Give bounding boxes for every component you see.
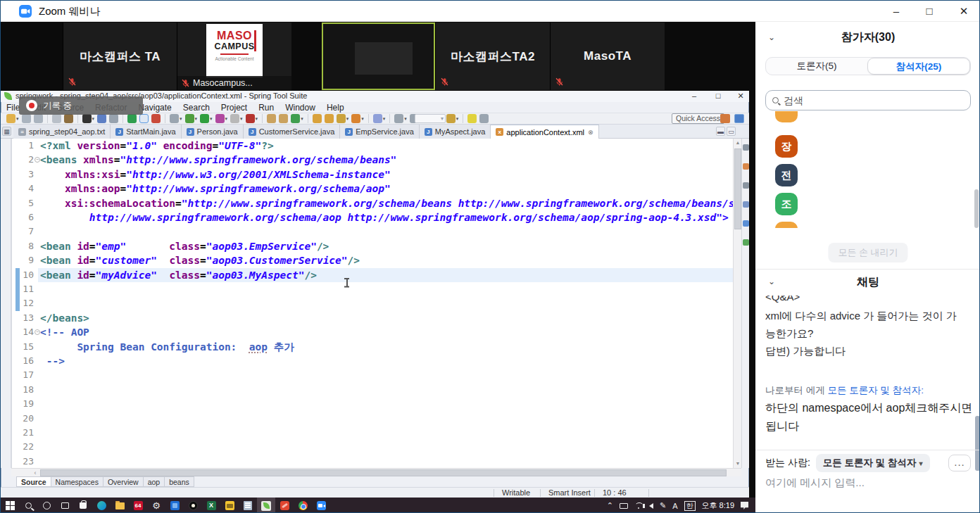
code-line[interactable]: 6 http://www.springframework.org/schema/… <box>11 210 733 224</box>
taskbar-pictures-app-icon[interactable] <box>220 498 239 513</box>
close-icon[interactable]: ⊗ <box>588 129 593 136</box>
participants-search[interactable] <box>765 90 971 110</box>
code-line[interactable]: 16 --> <box>11 354 733 368</box>
code-line[interactable]: 3 xmlns:xsi="http://www.w3.org/2001/XMLS… <box>11 167 733 182</box>
sync-view-icon[interactable] <box>743 239 749 246</box>
maximize-editor-icon[interactable]: ▭ <box>727 127 736 136</box>
code-editor[interactable]: 1<?xml version="1.0" encoding="UTF-8"?>2… <box>11 139 733 468</box>
code-line[interactable]: 1<?xml version="1.0" encoding="UTF-8"?> <box>11 139 733 153</box>
vertical-scroll-thumb[interactable] <box>734 148 741 229</box>
open-console-icon[interactable] <box>97 114 106 123</box>
toggle-mark-icon[interactable] <box>139 114 149 123</box>
maximize-button[interactable]: □ <box>917 1 941 22</box>
lower-all-hands-button[interactable]: 모든 손 내리기 <box>828 243 907 262</box>
code-line[interactable]: 13</beans> <box>11 311 733 325</box>
code-line[interactable]: 19 <box>11 397 733 411</box>
javaee-perspective-icon[interactable] <box>720 114 730 123</box>
dropdown-caret-icon[interactable]: ▾ <box>404 116 407 122</box>
code-line[interactable]: 23 <box>11 455 733 468</box>
menu-navigate[interactable]: Navigate <box>138 103 171 113</box>
editor-tab[interactable]: xapplicationContext.xml⊗ <box>491 125 598 139</box>
code-line[interactable]: 21 <box>11 426 733 440</box>
taskbar-spring-tool-suite-icon[interactable] <box>257 498 275 513</box>
menu-run[interactable]: Run <box>258 103 274 113</box>
sender-recipients-link[interactable]: 모든 토론자 및 참석자: <box>828 385 924 395</box>
view-tab-overview[interactable]: Overview <box>103 476 144 487</box>
search-input[interactable] <box>784 95 953 106</box>
external-tools-icon[interactable] <box>351 114 360 123</box>
recipient-selector[interactable]: 모든 토론자 및 참석자▾ <box>816 454 930 472</box>
taskbar-task-view-icon[interactable] <box>56 498 74 513</box>
dropdown-caret-icon[interactable]: ▾ <box>383 116 386 122</box>
taskbar-excel-icon[interactable]: X <box>202 498 220 513</box>
console-view-icon[interactable] <box>743 220 749 227</box>
run-icon[interactable] <box>200 114 209 123</box>
taskbar-lightbulb-app-icon[interactable] <box>184 498 202 513</box>
minimize-button[interactable]: – <box>884 1 908 22</box>
minimize-editor-icon[interactable]: ▬ <box>716 127 725 136</box>
editor-tab[interactable]: =spring_step04_aop.txt <box>13 125 111 139</box>
attendee-list[interactable]: 장전조지 <box>755 111 974 228</box>
dropdown-caret-icon[interactable]: ▾ <box>240 116 243 122</box>
editor-tab[interactable]: JMyAspect.java <box>420 125 491 139</box>
previous-annotation-icon[interactable] <box>394 114 403 123</box>
save-all-icon[interactable] <box>34 114 43 123</box>
code-line[interactable]: 22 <box>11 440 733 454</box>
restore-explorer-icon[interactable]: ▦ <box>2 127 11 136</box>
attendee-avatar[interactable]: 전 <box>775 164 798 186</box>
menu-search[interactable]: Search <box>183 103 210 113</box>
editor-tab[interactable]: JEmpService.java <box>340 125 420 139</box>
editor-tab[interactable]: JPerson.java <box>182 125 244 139</box>
menu-window[interactable]: Window <box>285 103 315 113</box>
toolbar-combo[interactable]: ▾ <box>415 114 446 123</box>
chat-message-area[interactable]: <Q&A>xml에 다수의 advice 가 들어가는 것이 가능한가요?답변)… <box>755 291 980 444</box>
participants-tab[interactable]: 토론자(5) <box>766 58 867 75</box>
new-java-project-icon[interactable] <box>267 114 276 123</box>
dropdown-caret-icon[interactable]: ▾ <box>195 116 198 122</box>
attendee-avatar[interactable]: 조 <box>775 193 798 215</box>
dropdown-caret-icon[interactable]: ▾ <box>92 116 95 122</box>
debug-icon[interactable] <box>185 114 194 123</box>
code-line[interactable]: 8<bean id="emp" class="aop03.EmpService"… <box>11 239 733 253</box>
run-last-tool-icon[interactable] <box>82 114 92 123</box>
taskbar-store-icon[interactable] <box>74 498 92 513</box>
taskbar-settings-icon[interactable]: ⚙ <box>147 498 165 513</box>
menu-help[interactable]: Help <box>327 103 344 113</box>
stop-icon[interactable] <box>230 114 239 123</box>
ide-minimize-button[interactable]: – <box>685 91 703 101</box>
chat-scroll-thumb[interactable] <box>975 416 980 471</box>
speaker-icon[interactable] <box>649 503 653 509</box>
problems-view-icon[interactable] <box>743 182 749 189</box>
taskbar-red-app-icon[interactable] <box>275 498 294 513</box>
close-button[interactable]: ✕ <box>952 1 976 22</box>
code-line[interactable]: 9<bean id="customer" class="aop03.Custom… <box>11 253 733 267</box>
open-task-icon[interactable] <box>313 114 322 123</box>
ide-maximize-button[interactable]: □ <box>709 91 727 101</box>
view-tab-beans[interactable]: beans <box>165 476 194 487</box>
search-view-icon[interactable] <box>743 201 749 208</box>
build-all-icon[interactable] <box>64 114 73 123</box>
search-torch-icon[interactable] <box>337 114 346 123</box>
view-tab-namespaces[interactable]: Namespaces <box>51 476 103 487</box>
dropdown-caret-icon[interactable]: ▾ <box>180 116 182 122</box>
coverage-icon[interactable] <box>246 114 255 123</box>
pin-editor-icon[interactable] <box>109 114 118 123</box>
code-line[interactable]: 17 <box>11 368 733 382</box>
attendee-avatar[interactable]: 장 <box>775 135 798 158</box>
new-class-icon[interactable] <box>291 114 300 123</box>
code-line[interactable]: 7 <box>11 224 733 239</box>
code-line[interactable]: 12 <box>11 296 733 310</box>
print-icon[interactable] <box>52 114 61 123</box>
editor-vertical-scrollbar[interactable]: ▲ ▼ <box>733 139 741 468</box>
refresh-icon[interactable] <box>151 114 161 123</box>
editor-tab[interactable]: JStartMain.java <box>111 125 181 139</box>
code-line[interactable]: 5 xsi:schemaLocation="http://www.springf… <box>11 196 733 210</box>
horizontal-scroll-thumb[interactable] <box>40 469 727 476</box>
attendee-avatar[interactable]: 지 <box>775 222 798 228</box>
quick-access-button[interactable]: Quick Access <box>672 113 724 124</box>
editor-horizontal-scrollbar[interactable]: ‹ <box>11 468 741 476</box>
new-package-icon[interactable] <box>279 114 288 123</box>
forward-history-icon[interactable] <box>446 114 456 123</box>
fold-marker-icon[interactable]: − <box>34 157 40 163</box>
chat-more-button[interactable]: ... <box>948 455 971 471</box>
